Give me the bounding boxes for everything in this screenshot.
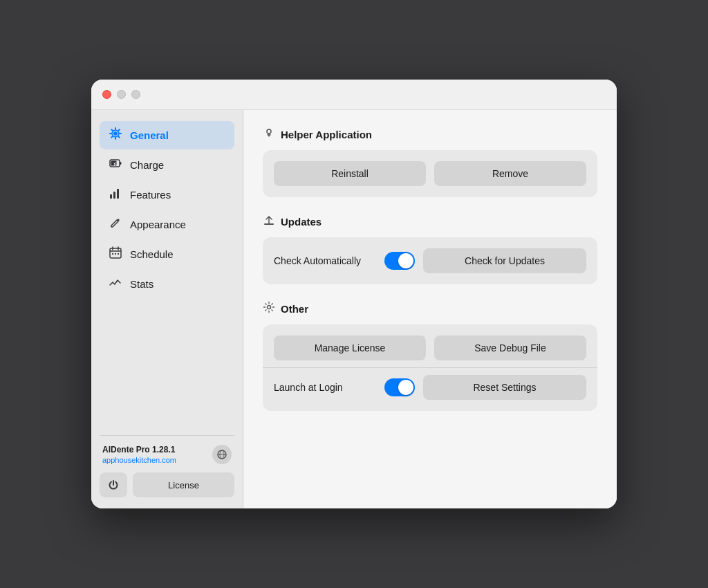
check-auto-row: Check Automatically bbox=[274, 252, 415, 270]
window-body: General Charge bbox=[91, 110, 617, 508]
sidebar-item-general[interactable]: General bbox=[100, 121, 234, 149]
sidebar-item-charge[interactable]: Charge bbox=[100, 151, 234, 179]
svg-rect-9 bbox=[112, 253, 113, 255]
app-website-link[interactable]: apphousekitchen.com bbox=[102, 456, 207, 464]
sidebar-item-label-stats: Stats bbox=[130, 278, 153, 290]
helper-section-header: Helper Application bbox=[263, 127, 597, 142]
updates-section-title: Updates bbox=[281, 216, 322, 228]
helper-icon bbox=[263, 127, 275, 142]
launch-login-toggle[interactable] bbox=[384, 378, 415, 396]
app-window: General Charge bbox=[91, 80, 617, 508]
other-section-header: Other bbox=[263, 301, 597, 316]
other-buttons-row: Manage License Save Debug File bbox=[274, 336, 586, 360]
sidebar-item-label-charge: Charge bbox=[130, 159, 164, 171]
svg-rect-7 bbox=[117, 189, 119, 199]
launch-login-toggle-group: Launch at Login bbox=[274, 378, 415, 396]
check-auto-label: Check Automatically bbox=[274, 255, 376, 266]
maximize-button[interactable] bbox=[131, 90, 140, 99]
updates-row: Check Automatically Check for Updates bbox=[274, 248, 586, 273]
reinstall-button[interactable]: Reinstall bbox=[274, 161, 426, 186]
updates-section-header: Updates bbox=[263, 214, 597, 229]
check-auto-toggle[interactable] bbox=[384, 252, 415, 270]
license-button[interactable]: License bbox=[133, 472, 234, 497]
footer-buttons: License bbox=[100, 472, 234, 497]
sidebar-footer: AlDente Pro 1.28.1 apphousekitchen.com bbox=[100, 435, 234, 497]
other-section-title: Other bbox=[281, 303, 308, 315]
updates-card: Check Automatically Check for Updates bbox=[263, 237, 597, 284]
features-icon bbox=[108, 186, 123, 203]
helper-section-title: Helper Application bbox=[281, 129, 372, 140]
card-divider bbox=[263, 367, 597, 368]
toggle-knob-2 bbox=[398, 380, 413, 395]
svg-rect-3 bbox=[120, 162, 122, 165]
app-info-text: AlDente Pro 1.28.1 apphousekitchen.com bbox=[102, 444, 207, 464]
svg-point-15 bbox=[268, 306, 271, 309]
sidebar-item-stats[interactable]: Stats bbox=[100, 270, 234, 298]
main-content: Helper Application Reinstall Remove bbox=[243, 110, 617, 508]
reset-settings-button[interactable]: Reset Settings bbox=[423, 375, 586, 400]
title-bar bbox=[91, 80, 617, 110]
svg-rect-4 bbox=[111, 161, 117, 166]
sidebar-item-label-general: General bbox=[130, 129, 169, 141]
power-button[interactable] bbox=[100, 472, 127, 497]
svg-rect-6 bbox=[113, 192, 115, 199]
helper-card: Reinstall Remove bbox=[263, 150, 597, 197]
updates-section: Updates Check Automatically Check for Up… bbox=[263, 214, 597, 284]
schedule-icon bbox=[108, 246, 123, 263]
minimize-button[interactable] bbox=[117, 90, 126, 99]
toggle-knob bbox=[398, 253, 413, 268]
svg-point-0 bbox=[113, 131, 118, 136]
app-info: AlDente Pro 1.28.1 apphousekitchen.com bbox=[100, 444, 234, 464]
sidebar-item-appearance[interactable]: Appearance bbox=[100, 210, 234, 239]
save-debug-button[interactable]: Save Debug File bbox=[434, 336, 586, 360]
helper-section: Helper Application Reinstall Remove bbox=[263, 127, 597, 197]
remove-button[interactable]: Remove bbox=[434, 161, 586, 186]
close-button[interactable] bbox=[102, 90, 111, 99]
website-icon-button[interactable] bbox=[212, 445, 232, 464]
svg-rect-10 bbox=[115, 253, 116, 255]
svg-point-13 bbox=[267, 129, 271, 134]
appearance-icon bbox=[108, 216, 123, 233]
updates-icon bbox=[263, 214, 275, 229]
general-icon bbox=[108, 127, 123, 144]
svg-rect-5 bbox=[110, 194, 112, 199]
other-card: Manage License Save Debug File Launch at… bbox=[263, 324, 597, 411]
manage-license-button[interactable]: Manage License bbox=[274, 336, 426, 360]
svg-rect-14 bbox=[264, 223, 274, 225]
sidebar-item-features[interactable]: Features bbox=[100, 181, 234, 209]
sidebar-item-label-features: Features bbox=[130, 189, 171, 201]
helper-buttons-row: Reinstall Remove bbox=[274, 161, 586, 186]
other-icon bbox=[263, 301, 275, 316]
charge-icon bbox=[108, 156, 123, 174]
app-version: AlDente Pro 1.28.1 bbox=[102, 444, 207, 456]
sidebar-item-schedule[interactable]: Schedule bbox=[100, 240, 234, 268]
launch-login-row: Launch at Login Reset Settings bbox=[274, 375, 586, 400]
launch-login-label: Launch at Login bbox=[274, 382, 376, 393]
nav-items: General Charge bbox=[100, 121, 234, 435]
other-section: Other Manage License Save Debug File Lau… bbox=[263, 301, 597, 411]
check-updates-button[interactable]: Check for Updates bbox=[423, 248, 586, 273]
stats-icon bbox=[108, 275, 123, 293]
sidebar-item-label-schedule: Schedule bbox=[130, 248, 174, 260]
sidebar-item-label-appearance: Appearance bbox=[130, 219, 186, 230]
svg-rect-11 bbox=[118, 253, 119, 255]
sidebar: General Charge bbox=[91, 110, 243, 508]
